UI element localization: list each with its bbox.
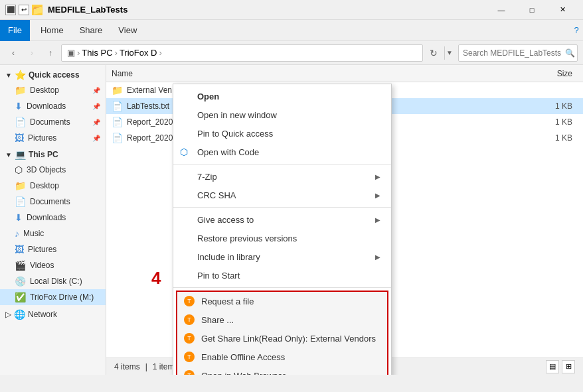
- pin-icon: 📌: [92, 87, 100, 94]
- ctx-enable-offline[interactable]: T Enable Offline Access: [177, 348, 387, 366]
- ctx-give-access[interactable]: Give access to ▶: [173, 210, 391, 229]
- ctx-restore-versions[interactable]: Restore previous versions: [173, 229, 391, 247]
- chevron-icon: ▼: [5, 151, 12, 159]
- this-pc-label: This PC: [29, 150, 58, 159]
- ctx-request-file[interactable]: T Request a file: [177, 292, 387, 310]
- folder-icon-title: 📁: [32, 5, 42, 15]
- dropdown-btn[interactable]: ▼: [444, 46, 453, 60]
- ctx-label: 7-Zip: [197, 172, 217, 182]
- ctx-open-label: Open: [197, 92, 219, 101]
- ctx-separator: [173, 164, 391, 164]
- music-icon: ♪: [15, 228, 19, 239]
- ctx-pin-quick-access[interactable]: Pin to Quick access: [173, 124, 391, 143]
- forward-button[interactable]: ›: [24, 45, 40, 61]
- status-separator: |: [145, 362, 147, 371]
- sidebar-section-this-pc: ▼ 💻 This PC ⬡ 3D Objects 📁 Desktop 📄 Doc…: [0, 147, 106, 305]
- back-button[interactable]: ‹: [5, 45, 21, 61]
- search-box[interactable]: 🔍: [458, 44, 578, 62]
- ctx-open[interactable]: Open: [173, 87, 391, 105]
- maximize-button[interactable]: □: [517, 0, 547, 20]
- folder-icon: 📁: [15, 85, 26, 96]
- ctx-crc-sha[interactable]: CRC SHA ▶: [173, 186, 391, 204]
- pin-icon: 📌: [92, 103, 100, 110]
- sidebar-item-label: Documents: [30, 117, 70, 127]
- sidebar-item-network[interactable]: ▷ 🌐 Network: [0, 306, 106, 322]
- sidebar-item-downloads[interactable]: ⬇ Downloads: [0, 210, 106, 226]
- content-area: Name Size 📁 External Ven 📄 LabTests.txt …: [106, 65, 583, 375]
- ctx-label: Request a file: [201, 296, 254, 306]
- sidebar-item-music[interactable]: ♪ Music: [0, 226, 106, 241]
- address-path[interactable]: ▣ › This PC › TrioFox D ›: [61, 44, 423, 62]
- ctx-label: Pin to Start: [197, 271, 240, 281]
- downloads-icon: ⬇: [15, 212, 23, 223]
- sidebar-item-label: Pictures: [28, 133, 56, 143]
- sidebar-section-network: ▷ 🌐 Network: [0, 306, 106, 322]
- view-details-button[interactable]: ▤: [546, 360, 559, 373]
- sidebar-header-this-pc[interactable]: ▼ 💻 This PC: [0, 147, 106, 162]
- sidebar-item-desktop[interactable]: 📁 Desktop: [0, 178, 106, 194]
- ctx-open-web-browser[interactable]: T Open in Web Browser: [177, 366, 387, 375]
- submenu-arrow-icon: ▶: [375, 216, 380, 224]
- ctx-label: Open with Code: [197, 147, 259, 157]
- ctx-label: Restore previous versions: [197, 233, 297, 243]
- vscode-icon: ⬡: [180, 147, 188, 157]
- ctx-open-with-code[interactable]: ⬡ Open with Code: [173, 143, 391, 161]
- sidebar-item-label: Pictures: [28, 245, 56, 254]
- network-icon: 🌐: [14, 309, 25, 320]
- ctx-include-library[interactable]: Include in library ▶: [173, 247, 391, 266]
- ctx-pin-start[interactable]: Pin to Start: [173, 266, 391, 285]
- quick-access-label: Quick access: [29, 70, 80, 80]
- downloads-icon: ⬇: [15, 101, 23, 111]
- file-size: 1 KB: [525, 101, 578, 111]
- window-controls[interactable]: — □ ✕: [486, 0, 578, 20]
- ribbon-file-tab[interactable]: File: [0, 20, 30, 41]
- sidebar-item-label: TrioFox Drive (M:): [30, 293, 94, 302]
- context-menu: Open Open in new window Pin to Quick acc…: [173, 84, 392, 375]
- search-input[interactable]: [463, 48, 562, 58]
- file-size: 1 KB: [525, 133, 578, 143]
- help-icon[interactable]: ?: [570, 24, 583, 37]
- ctx-7zip[interactable]: 7-Zip ▶: [173, 167, 391, 186]
- view-tiles-button[interactable]: ⊞: [562, 360, 575, 373]
- ctx-open-new-window[interactable]: Open in new window: [173, 105, 391, 124]
- title-bar: ⬛ ↩ 📁 MEDFILE_LabTests — □ ✕: [0, 0, 583, 20]
- file-size: 1 KB: [525, 117, 578, 127]
- ribbon-share-tab[interactable]: Share: [72, 20, 111, 41]
- up-button[interactable]: ↑: [42, 45, 58, 61]
- sidebar-header-quick-access[interactable]: ▼ ⭐ Quick access: [0, 68, 106, 82]
- sidebar: ▼ ⭐ Quick access 📁 Desktop 📌 ⬇ Downloads…: [0, 65, 106, 375]
- close-button[interactable]: ✕: [547, 0, 578, 20]
- ctx-separator: [173, 207, 391, 208]
- ribbon-home-tab[interactable]: Home: [33, 20, 72, 41]
- sidebar-item-pictures[interactable]: 🖼 Pictures: [0, 241, 106, 257]
- quick-access-star-icon: ⭐: [15, 70, 26, 80]
- back-icon2: ↩: [19, 5, 29, 15]
- sidebar-item-downloads-quick[interactable]: ⬇ Downloads 📌: [0, 98, 106, 114]
- minimize-button[interactable]: —: [486, 0, 517, 20]
- sidebar-item-desktop-quick[interactable]: 📁 Desktop 📌: [0, 82, 106, 98]
- refresh-button[interactable]: ↻: [426, 45, 442, 61]
- ctx-label: CRC SHA: [197, 190, 236, 200]
- ribbon-view-tab[interactable]: View: [110, 20, 145, 41]
- sidebar-item-documents-quick[interactable]: 📄 Documents 📌: [0, 114, 106, 130]
- submenu-arrow-icon: ▶: [375, 192, 380, 199]
- address-bar: ‹ › ↑ ▣ › This PC › TrioFox D › ↻ ▼ 🔍: [0, 41, 583, 65]
- sidebar-item-pictures-quick[interactable]: 🖼 Pictures 📌: [0, 130, 106, 146]
- sidebar-item-label: Downloads: [27, 101, 66, 111]
- sidebar-item-videos[interactable]: 🎬 Videos: [0, 257, 106, 273]
- triofox-icon: T: [184, 296, 195, 306]
- sidebar-item-triofox-drive[interactable]: ✅ TrioFox Drive (M:): [0, 289, 106, 305]
- ctx-label: Include in library: [197, 252, 260, 262]
- ctx-share[interactable]: T Share ...: [177, 310, 387, 329]
- ctx-get-share-link[interactable]: T Get Share Link(Read Only): External Ve…: [177, 329, 387, 348]
- main-layout: ▼ ⭐ Quick access 📁 Desktop 📌 ⬇ Downloads…: [0, 65, 583, 375]
- sidebar-item-network-label: Network: [28, 310, 57, 319]
- pictures-icon: 🖼: [15, 244, 24, 255]
- column-header: Name Size: [106, 65, 583, 82]
- sidebar-item-3d-objects[interactable]: ⬡ 3D Objects: [0, 162, 106, 178]
- sidebar-item-documents[interactable]: 📄 Documents: [0, 194, 106, 210]
- sidebar-item-local-disk[interactable]: 💿 Local Disk (C:): [0, 273, 106, 289]
- documents-icon: 📄: [15, 196, 26, 207]
- sidebar-item-label: Documents: [30, 197, 70, 206]
- triofox-icon: T: [184, 352, 195, 362]
